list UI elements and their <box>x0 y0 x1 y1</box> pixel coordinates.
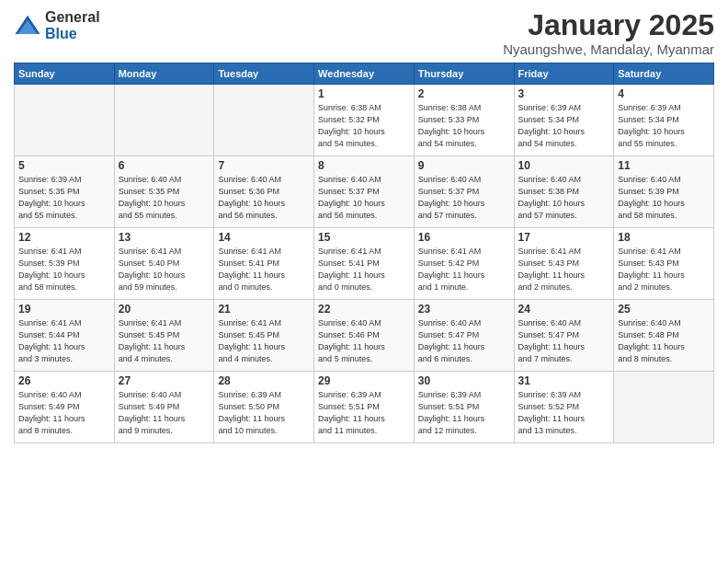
day-info: Sunrise: 6:41 AMSunset: 5:43 PMDaylight:… <box>518 246 610 293</box>
calendar-cell: 21Sunrise: 6:41 AMSunset: 5:45 PMDayligh… <box>214 300 314 372</box>
day-number: 10 <box>518 159 610 172</box>
calendar-week-4: 19Sunrise: 6:41 AMSunset: 5:44 PMDayligh… <box>15 300 714 372</box>
calendar-cell: 3Sunrise: 6:39 AMSunset: 5:34 PMDaylight… <box>514 85 614 156</box>
calendar-cell: 24Sunrise: 6:40 AMSunset: 5:47 PMDayligh… <box>514 300 614 372</box>
day-number: 1 <box>318 87 410 100</box>
day-number: 3 <box>518 87 610 100</box>
day-info: Sunrise: 6:40 AMSunset: 5:47 PMDaylight:… <box>418 317 510 365</box>
header-saturday: Saturday <box>614 63 714 85</box>
day-info: Sunrise: 6:40 AMSunset: 5:48 PMDaylight:… <box>618 317 710 365</box>
calendar-cell <box>614 372 714 443</box>
day-info: Sunrise: 6:39 AMSunset: 5:51 PMDaylight:… <box>418 389 510 437</box>
day-info: Sunrise: 6:40 AMSunset: 5:47 PMDaylight:… <box>518 317 610 365</box>
header-tuesday: Tuesday <box>214 63 314 85</box>
calendar-cell <box>15 85 115 156</box>
day-info: Sunrise: 6:41 AMSunset: 5:45 PMDaylight:… <box>218 317 310 365</box>
calendar-cell: 26Sunrise: 6:40 AMSunset: 5:49 PMDayligh… <box>15 372 115 443</box>
day-number: 23 <box>418 303 510 316</box>
day-number: 31 <box>518 374 610 387</box>
day-info: Sunrise: 6:40 AMSunset: 5:35 PMDaylight:… <box>119 174 210 222</box>
day-info: Sunrise: 6:39 AMSunset: 5:50 PMDaylight:… <box>218 389 310 437</box>
day-number: 5 <box>18 159 110 172</box>
calendar-cell: 5Sunrise: 6:39 AMSunset: 5:35 PMDaylight… <box>15 156 115 228</box>
day-number: 7 <box>218 159 310 172</box>
calendar-cell: 27Sunrise: 6:40 AMSunset: 5:49 PMDayligh… <box>114 372 214 443</box>
day-number: 13 <box>119 231 210 244</box>
day-number: 2 <box>418 87 510 100</box>
calendar-cell: 16Sunrise: 6:41 AMSunset: 5:42 PMDayligh… <box>414 228 514 300</box>
calendar-week-1: 1Sunrise: 6:38 AMSunset: 5:32 PMDaylight… <box>15 85 714 156</box>
day-info: Sunrise: 6:40 AMSunset: 5:49 PMDaylight:… <box>119 389 210 437</box>
calendar-cell: 30Sunrise: 6:39 AMSunset: 5:51 PMDayligh… <box>414 372 514 443</box>
day-info: Sunrise: 6:40 AMSunset: 5:36 PMDaylight:… <box>218 174 310 222</box>
day-number: 12 <box>18 231 110 244</box>
day-info: Sunrise: 6:41 AMSunset: 5:39 PMDaylight:… <box>18 246 110 293</box>
day-number: 11 <box>618 159 710 172</box>
day-info: Sunrise: 6:40 AMSunset: 5:49 PMDaylight:… <box>18 389 110 437</box>
day-number: 9 <box>418 159 510 172</box>
day-number: 29 <box>318 374 410 387</box>
header-wednesday: Wednesday <box>314 63 415 85</box>
calendar-cell <box>114 85 214 156</box>
day-number: 4 <box>618 87 710 100</box>
day-info: Sunrise: 6:39 AMSunset: 5:51 PMDaylight:… <box>318 389 410 437</box>
day-number: 15 <box>318 231 410 244</box>
header-monday: Monday <box>114 63 214 85</box>
header-thursday: Thursday <box>414 63 514 85</box>
header-friday: Friday <box>514 63 614 85</box>
day-info: Sunrise: 6:40 AMSunset: 5:39 PMDaylight:… <box>618 174 710 222</box>
logo: General Blue <box>14 9 100 41</box>
calendar-cell: 13Sunrise: 6:41 AMSunset: 5:40 PMDayligh… <box>114 228 214 300</box>
calendar-cell: 15Sunrise: 6:41 AMSunset: 5:41 PMDayligh… <box>314 228 415 300</box>
calendar-cell: 31Sunrise: 6:39 AMSunset: 5:52 PMDayligh… <box>514 372 614 443</box>
day-info: Sunrise: 6:40 AMSunset: 5:37 PMDaylight:… <box>318 174 410 222</box>
calendar-cell: 6Sunrise: 6:40 AMSunset: 5:35 PMDaylight… <box>114 156 214 228</box>
day-info: Sunrise: 6:41 AMSunset: 5:40 PMDaylight:… <box>119 246 210 293</box>
day-info: Sunrise: 6:40 AMSunset: 5:37 PMDaylight:… <box>418 174 510 222</box>
day-number: 25 <box>618 303 710 316</box>
calendar-table: Sunday Monday Tuesday Wednesday Thursday… <box>14 63 714 443</box>
header-sunday: Sunday <box>15 63 115 85</box>
day-info: Sunrise: 6:41 AMSunset: 5:41 PMDaylight:… <box>318 246 410 293</box>
calendar-cell: 2Sunrise: 6:38 AMSunset: 5:33 PMDaylight… <box>414 85 514 156</box>
location-title: Nyaungshwe, Mandalay, Myanmar <box>503 41 714 57</box>
calendar-cell: 8Sunrise: 6:40 AMSunset: 5:37 PMDaylight… <box>314 156 415 228</box>
day-number: 18 <box>618 231 710 244</box>
calendar-cell: 12Sunrise: 6:41 AMSunset: 5:39 PMDayligh… <box>15 228 115 300</box>
day-number: 30 <box>418 374 510 387</box>
day-number: 24 <box>518 303 610 316</box>
logo-blue: Blue <box>45 26 100 42</box>
calendar-week-3: 12Sunrise: 6:41 AMSunset: 5:39 PMDayligh… <box>15 228 714 300</box>
title-section: January 2025 Nyaungshwe, Mandalay, Myanm… <box>503 9 714 57</box>
weekday-header-row: Sunday Monday Tuesday Wednesday Thursday… <box>15 63 714 85</box>
day-info: Sunrise: 6:39 AMSunset: 5:34 PMDaylight:… <box>618 102 710 150</box>
calendar-cell: 7Sunrise: 6:40 AMSunset: 5:36 PMDaylight… <box>214 156 314 228</box>
calendar-cell: 1Sunrise: 6:38 AMSunset: 5:32 PMDaylight… <box>314 85 415 156</box>
calendar-cell: 17Sunrise: 6:41 AMSunset: 5:43 PMDayligh… <box>514 228 614 300</box>
day-info: Sunrise: 6:41 AMSunset: 5:43 PMDaylight:… <box>618 246 710 293</box>
day-info: Sunrise: 6:39 AMSunset: 5:34 PMDaylight:… <box>518 102 610 150</box>
calendar-cell: 9Sunrise: 6:40 AMSunset: 5:37 PMDaylight… <box>414 156 514 228</box>
day-info: Sunrise: 6:41 AMSunset: 5:42 PMDaylight:… <box>418 246 510 293</box>
calendar-cell: 14Sunrise: 6:41 AMSunset: 5:41 PMDayligh… <box>214 228 314 300</box>
day-number: 8 <box>318 159 410 172</box>
day-info: Sunrise: 6:38 AMSunset: 5:33 PMDaylight:… <box>418 102 510 150</box>
day-info: Sunrise: 6:40 AMSunset: 5:46 PMDaylight:… <box>318 317 410 365</box>
day-info: Sunrise: 6:40 AMSunset: 5:38 PMDaylight:… <box>518 174 610 222</box>
calendar-week-5: 26Sunrise: 6:40 AMSunset: 5:49 PMDayligh… <box>15 372 714 443</box>
calendar-cell: 22Sunrise: 6:40 AMSunset: 5:46 PMDayligh… <box>314 300 415 372</box>
day-number: 17 <box>518 231 610 244</box>
calendar-cell <box>214 85 314 156</box>
day-number: 21 <box>218 303 310 316</box>
day-number: 19 <box>18 303 110 316</box>
calendar-cell: 29Sunrise: 6:39 AMSunset: 5:51 PMDayligh… <box>314 372 415 443</box>
calendar-cell: 25Sunrise: 6:40 AMSunset: 5:48 PMDayligh… <box>614 300 714 372</box>
calendar-cell: 4Sunrise: 6:39 AMSunset: 5:34 PMDaylight… <box>614 85 714 156</box>
logo-icon <box>14 12 41 40</box>
calendar-cell: 10Sunrise: 6:40 AMSunset: 5:38 PMDayligh… <box>514 156 614 228</box>
day-info: Sunrise: 6:39 AMSunset: 5:52 PMDaylight:… <box>518 389 610 437</box>
day-number: 26 <box>18 374 110 387</box>
page: General Blue January 2025 Nyaungshwe, Ma… <box>0 0 728 563</box>
day-info: Sunrise: 6:38 AMSunset: 5:32 PMDaylight:… <box>318 102 410 150</box>
calendar-cell: 11Sunrise: 6:40 AMSunset: 5:39 PMDayligh… <box>614 156 714 228</box>
